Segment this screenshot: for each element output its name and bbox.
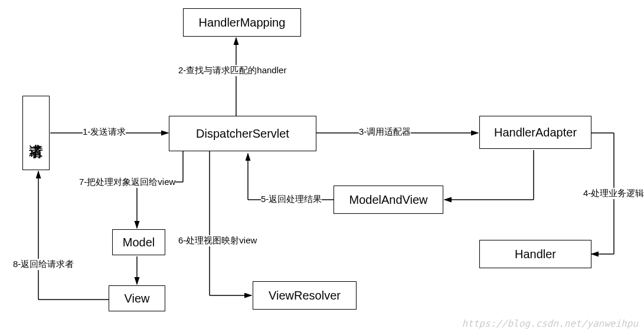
node-handler-mapping: HandlerMapping (183, 8, 301, 37)
label-edge-4: 4-处理业务逻辑 (583, 188, 644, 199)
label-edge-6: 6-处理视图映射view (178, 235, 257, 246)
label-edge-8: 8-返回给请求者 (13, 259, 74, 270)
node-model: Model (112, 229, 165, 255)
label-edge-2: 2-查找与请求匹配的handler (178, 65, 286, 76)
node-requester: 请求者 (22, 96, 50, 170)
label-edge-3: 3-调用适配器 (359, 126, 411, 138)
node-handler: Handler (479, 240, 591, 268)
label-edge-7: 7-把处理对象返回给view (79, 177, 175, 188)
node-model-and-view: ModelAndView (334, 186, 443, 214)
node-view-resolver: ViewResolver (253, 281, 357, 310)
node-handler-adapter: HandlerAdapter (479, 116, 591, 149)
node-dispatcher-servlet: DispatcherServlet (169, 116, 316, 151)
label-edge-5: 5-返回处理结果 (261, 194, 322, 205)
node-view: View (109, 285, 165, 311)
label-edge-1: 1-发送请求 (83, 126, 126, 138)
watermark: https://blog.csdn.net/yanweihpu (462, 318, 638, 329)
